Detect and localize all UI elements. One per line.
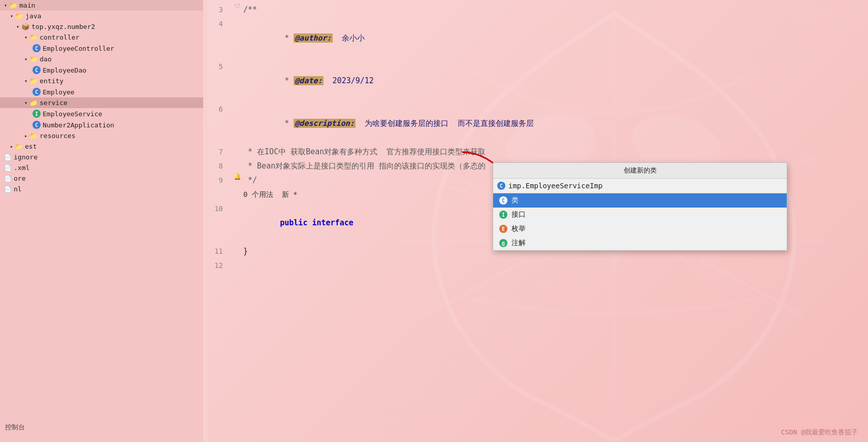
sidebar-item-ore[interactable]: 📄 ore [0, 173, 203, 184]
chevron-down-icon: ▾ [10, 13, 13, 19]
popup-title: 创建新的类 [493, 163, 787, 179]
code-line-6: 6 * @description: 为啥要创建服务层的接口 而不是直接创建服务层 [203, 102, 868, 145]
line-content: * @author: 余小小 [243, 17, 868, 59]
sidebar-item-label: nl [14, 185, 22, 193]
popup-item-interface[interactable]: I 接口 [493, 208, 787, 222]
sidebar-item-label: Employee [43, 88, 75, 96]
chevron-right-icon: ▸ [24, 133, 27, 139]
class-type-icon: C [499, 196, 507, 205]
sidebar-item-service[interactable]: ▾ 📁 service [0, 97, 203, 108]
sidebar-item-label: java [25, 12, 41, 20]
sidebar-item-label: est [25, 143, 37, 150]
sidebar-item-employee-controller[interactable]: C EmployeeController [0, 43, 203, 54]
sidebar-item-employee-dao[interactable]: C EmployeeDao [0, 64, 203, 76]
sidebar-item-nl[interactable]: 📄 nl [0, 184, 203, 194]
control-panel-label[interactable]: 控制台 [5, 423, 25, 432]
class-icon: C [33, 121, 41, 129]
popup-item-class[interactable]: C 类 [493, 193, 787, 208]
sidebar-item-number2-application[interactable]: C Number2Application [0, 119, 203, 130]
file-icon: 📄 [4, 186, 12, 193]
line-number: 7 [203, 145, 231, 159]
code-line-5: 5 * @date: 2023/9/12 [203, 59, 868, 102]
folder-icon: 📁 [29, 55, 38, 63]
sidebar-item-label: service [40, 99, 68, 107]
folder-icon: 📁 [9, 2, 17, 9]
class-name-input[interactable] [508, 182, 783, 190]
class-icon: C [33, 44, 41, 52]
sidebar-item-employee[interactable]: C Employee [0, 86, 203, 97]
sidebar-item-java[interactable]: ▾ 📁 java [0, 11, 203, 21]
popup-item-enum[interactable]: E 枚举 [493, 222, 787, 236]
input-class-icon: C [497, 182, 505, 190]
popup-item-label: 注解 [511, 239, 526, 248]
interface-type-icon: I [499, 211, 507, 219]
sidebar-item-label: EmployeeDao [43, 66, 86, 74]
folder-icon: 📁 [15, 12, 23, 20]
sidebar-item-label: main [19, 2, 35, 9]
sidebar-item-label: dao [40, 55, 51, 63]
file-icon: 📄 [4, 164, 12, 172]
folder-icon: 📁 [29, 132, 38, 140]
line-content: /** [243, 3, 868, 17]
csdn-watermark: CSDN @我最爱吃鱼香茄子 [781, 428, 858, 437]
chevron-right-icon: ▸ [10, 144, 13, 149]
sidebar-item-label: .xml [14, 164, 29, 172]
interface-icon: I [33, 110, 41, 118]
code-line-7: 7 * 在IOC中 获取Bean对象有多种方式 官方推荐使用接口类型来获取 [203, 145, 868, 159]
folder-icon: 📁 [15, 143, 23, 150]
line-number: 12 [203, 258, 231, 273]
sidebar-item-label: controller [40, 33, 79, 41]
line-number: 10 [203, 201, 231, 216]
file-icon: 📄 [4, 154, 12, 161]
file-icon: 📄 [4, 175, 12, 182]
line-gutter: 🔔 [231, 173, 243, 180]
chevron-down-icon: ▾ [4, 3, 7, 8]
sidebar-item-ignore[interactable]: 📄 ignore [0, 152, 203, 162]
line-content: * 在IOC中 获取Bean对象有多种方式 官方推荐使用接口类型来获取 [243, 145, 868, 159]
popup-item-label: 接口 [511, 210, 526, 219]
class-icon: C [33, 88, 41, 96]
sidebar-item-package[interactable]: ▾ 📦 top.yxqz.number2 [0, 21, 203, 32]
file-tree: ▾ 📁 main ▾ 📁 java ▾ 📦 top.yxqz.number2 ▾… [0, 0, 203, 194]
control-label-text: 控制台 [5, 423, 25, 431]
line-gutter: 🛡 [231, 3, 243, 10]
sidebar-item-entity[interactable]: ▾ 📁 entity [0, 76, 203, 86]
sidebar-item-label: entity [40, 77, 63, 85]
sidebar-item-label: EmployeeService [43, 110, 102, 118]
sidebar-item-controller[interactable]: ▾ 📁 controller [0, 32, 203, 43]
sidebar-item-dao[interactable]: ▾ 📁 dao [0, 54, 203, 64]
popup-item-label: 枚举 [511, 224, 526, 233]
sidebar-item-label: EmployeeController [43, 45, 114, 52]
line-number: 4 [203, 17, 231, 31]
sidebar-item-xml[interactable]: 📄 .xml [0, 162, 203, 173]
line-number: 3 [203, 3, 231, 17]
line-number: 8 [203, 159, 231, 173]
code-line-3: 3 🛡 /** [203, 3, 868, 17]
annotation-type-icon: @ [499, 239, 507, 247]
line-number: 9 [203, 173, 231, 187]
folder-icon: 📁 [29, 99, 38, 107]
sidebar-item-main[interactable]: ▾ 📁 main [0, 0, 203, 11]
popup-item-annotation[interactable]: @ 注解 [493, 236, 787, 250]
sidebar: ▾ 📁 main ▾ 📁 java ▾ 📦 top.yxqz.number2 ▾… [0, 0, 203, 442]
chevron-down-icon: ▾ [24, 35, 27, 40]
line-number: 6 [203, 102, 231, 116]
package-icon: 📦 [21, 23, 29, 30]
chevron-down-icon: ▾ [24, 78, 27, 84]
sidebar-item-employee-service[interactable]: I EmployeeService [0, 108, 203, 119]
code-editor[interactable]: 3 🛡 /** 4 * @author: 余小小 5 * @date: 2023… [203, 0, 868, 442]
code-line-4: 4 * @author: 余小小 [203, 17, 868, 59]
csdn-label-text: CSDN @我最爱吃鱼香茄子 [781, 428, 858, 436]
line-content: * @date: 2023/9/12 [243, 59, 868, 102]
chevron-down-icon: ▾ [24, 56, 27, 62]
sidebar-item-est[interactable]: ▸ 📁 est [0, 141, 203, 152]
sidebar-item-label: ore [14, 175, 25, 182]
class-icon: C [33, 66, 41, 74]
popup-item-label: 类 [511, 196, 519, 205]
folder-icon: 📁 [29, 77, 38, 85]
sidebar-item-resources[interactable]: ▸ 📁 resources [0, 130, 203, 141]
folder-icon: 📁 [29, 33, 38, 41]
popup-input-row[interactable]: C [493, 179, 787, 193]
popup-title-text: 创建新的类 [624, 166, 657, 174]
sidebar-item-label: resources [40, 132, 75, 140]
